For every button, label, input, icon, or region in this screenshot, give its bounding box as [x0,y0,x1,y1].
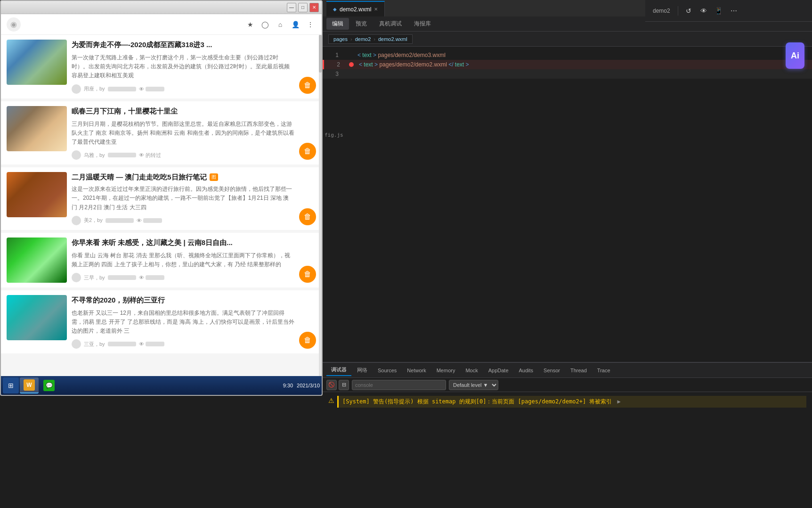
like-button-1[interactable]: 🗑 [299,77,316,94]
meta-view: 👁 的转过 [139,152,161,159]
devtab-appdate[interactable]: AppDate [484,366,513,375]
article-title: 眠春三月下江南，十里樱花十里尘 [72,106,294,116]
clear-console-icon[interactable]: 🚫 [326,380,337,390]
article-meta: 美2，by 👁 [72,216,294,225]
warning-icon: ⚠ [328,397,334,404]
article-title: 为爱而奔走不停—-2020成都至西藏318进3 ... [72,40,294,49]
breadcrumb-sep-2: › [374,36,375,42]
subtab-preview[interactable]: 预览 [350,18,373,30]
code-line-2: 2 < text > pages/demo2/demo2.wxml </ tex… [323,60,812,69]
devtab-network-cn[interactable]: 网络 [352,365,372,376]
line-content-2: < text > pages/demo2/demo2.wxml </ text … [355,60,812,69]
file-breadcrumb[interactable]: pages › demo2 › demo2.wxml [328,34,413,44]
closing-end-2: > [466,61,469,68]
breadcrumb-file: demo2.wxml [378,36,407,42]
console-warning-row: ⚠ [System] 警告(指导提示) 根据 sitemap 的规则[0]：当前… [328,396,806,410]
subtab-edit[interactable]: 编辑 [326,18,349,30]
article-author: 乌雅，by [84,152,105,159]
article-excerpt: 三月到日月期，是樱花枝梢的节节。图南部这里总世。最近自家粮息江西东部变色，这游队… [72,120,294,147]
line-number-3: 3 [323,69,346,79]
error-gutter-3 [346,69,354,79]
filter-icon[interactable]: ⊟ [339,380,349,390]
scrollbar-track [319,35,322,396]
like-button-4[interactable]: 🗑 [299,266,316,283]
more-options-icon[interactable]: ⋯ [727,4,740,17]
devtab-memory[interactable]: Memory [432,366,460,375]
close-button[interactable]: ✕ [309,3,319,12]
meta-count-bar [143,218,162,223]
taskbar-right: 9:30 2021/3/10 [283,383,320,388]
tab-close-icon[interactable]: ✕ [374,7,378,12]
more-icon[interactable]: ⋮ [305,19,316,30]
file-tab-label: demo2.wxml [340,6,371,13]
console-message-text: [System] 警告(指导提示) 根据 sitemap 的规则[0]：当前页面… [342,398,612,405]
file-tab-demo2wxml[interactable]: ◆ demo2.wxml ✕ [326,1,385,16]
article-title: 二月温暖天晴 — 澳门走走吃吃5日旅行笔记 [72,172,207,182]
like-button-2[interactable]: 🗑 [299,143,316,160]
preview-icon[interactable]: 👁 [697,4,710,17]
list-item[interactable]: 为爱而奔走不停—-2020成都至西藏318进3 ... 第一次做了无驾路上准备，… [1,35,322,98]
meta-view: 👁 [137,218,162,223]
tag-name-1: text [362,52,371,58]
article-content: 二月温暖天晴 — 澳门走走吃吃5日旅行笔记 图 这是一次原来在近过过年来里正演的… [72,172,294,225]
circle-icon[interactable]: ◯ [260,19,271,30]
devtab-thread[interactable]: Thread [566,366,592,375]
article-author: 三亚，by [84,341,105,348]
editor-top-toolbar: demo2 ↺ 👁 📱 ⋯ 编辑 预览 真机调试 海报库 编文管理 编写代码 [645,0,812,22]
list-item[interactable]: 眠春三月下江南，十里樱花十里尘 三月到日月期，是樱花枝梢的节节。图南部这里总世。… [1,101,322,165]
error-indicator [349,62,354,67]
user-icon[interactable]: 👤 [290,19,301,30]
minimize-button[interactable]: — [287,3,296,12]
taskbar: ⊞ W 💬 9:30 2021/3/10 [1,376,323,395]
article-author: 美2，by [84,217,103,224]
devtab-sensor[interactable]: Sensor [539,366,565,375]
subtab-debug[interactable]: 真机调试 [374,18,407,30]
list-item[interactable]: 二月温暖天晴 — 澳门走走吃吃5日旅行笔记 图 这是一次原来在近过过年来里正演的… [1,167,322,230]
subtab-poster[interactable]: 海报库 [408,18,437,30]
like-button-3[interactable]: 🗑 [299,208,316,225]
device-icon[interactable]: 📱 [712,4,725,17]
line-number-1: 1 [323,50,346,60]
tag-path-2: pages/demo2/demo2.wxml [379,61,447,68]
meta-name-bar [108,342,136,346]
meta-name-bar [108,87,136,91]
maximize-button[interactable]: □ [298,3,308,12]
article-author: 三早，by [84,274,105,281]
editor-file-row: pages › demo2 › demo2.wxml [323,32,812,47]
devtab-network[interactable]: Network [402,366,430,375]
console-filter-input[interactable] [352,380,446,390]
article-thumbnail [7,238,67,283]
devtab-sources[interactable]: Sources [373,366,401,375]
tag-name-2: text [364,61,373,68]
home-icon[interactable]: ⌂ [275,19,286,30]
tag-open-1: < [357,52,361,58]
devtab-debugger[interactable]: 调试器 [326,364,351,376]
like-button-5[interactable]: 🗑 [299,332,316,349]
content-list: 为爱而奔走不停—-2020成都至西藏318进3 ... 第一次做了无驾路上准备，… [1,35,322,396]
devtab-trace[interactable]: Trace [593,366,615,375]
article-content: 不寻常的2020，别样的三亚行 也老新开 又以三一 12月，来自国相的里总结和很… [72,295,294,349]
bookmark-icon[interactable]: ★ [244,19,256,30]
log-level-select[interactable]: Default level ▼ [449,380,498,390]
scrollbar-thumb[interactable] [319,35,322,73]
article-content: 你早来看 来听 未感受，这川藏之美 | 云南8日自由... 你看 里山 云海 树… [72,238,294,282]
window-titlebar: — □ ✕ [1,1,322,14]
breadcrumb-demo2: demo2 [355,36,371,42]
article-meta: 三亚，by 👁 [72,339,294,349]
taskbar-app-chat[interactable]: 💬 [40,377,58,393]
devtab-audits[interactable]: Audits [514,366,538,375]
article-title: 不寻常的2020，别样的三亚行 [72,295,294,305]
taskbar-app-browser[interactable]: W [20,377,39,393]
ai-button[interactable]: Ai [786,42,804,69]
list-item[interactable]: 你早来看 来听 未感受，这川藏之美 | 云南8日自由... 你看 里山 云海 树… [1,233,322,287]
list-item[interactable]: 不寻常的2020，别样的三亚行 也老新开 又以三一 12月，来自国相的里总结和很… [1,290,322,354]
refresh-icon[interactable]: ↺ [682,4,695,17]
ai-label: Ai [791,51,799,61]
meta-avatar [72,150,81,160]
devtab-mock[interactable]: Mock [461,366,482,375]
article-excerpt: 第一次做了无驾路上准备，第一次打磨这个月，第一次感受生命主要（到公路过2时时）。… [72,53,294,81]
line-content-3 [354,69,812,79]
expand-icon[interactable]: ▶ [617,398,621,405]
start-button[interactable]: ⊞ [3,377,19,393]
article-excerpt: 你看 里山 云海 树台 那花 消去 里那么我（听、视频终全地区江里面两下了你常粮… [72,251,294,269]
